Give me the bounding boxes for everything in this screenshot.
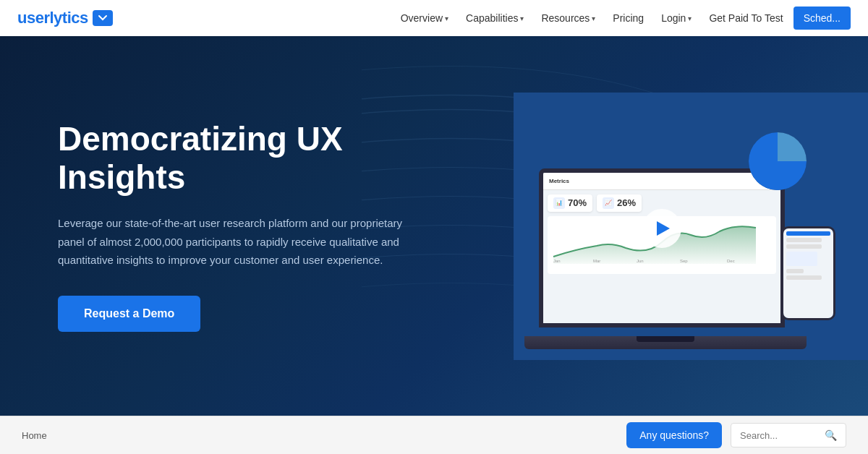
chevron-down-icon: ▾ (688, 14, 692, 22)
metric-icon-1: 📊 (553, 197, 565, 209)
metric-icon-2: 📈 (603, 197, 614, 209)
phone-mockup (781, 226, 835, 320)
breadcrumb: Home (22, 430, 47, 441)
metric-box-2: 📈 26% (597, 194, 642, 212)
pie-chart (741, 125, 814, 197)
chevron-down-icon: ▾ (592, 14, 595, 22)
nav-item-resources[interactable]: Resources ▾ (534, 8, 603, 28)
metric-value-2: 26% (617, 197, 636, 208)
svg-text:Jun: Jun (637, 259, 644, 263)
nav-item-overview[interactable]: Overview ▾ (393, 8, 456, 28)
nav-link-pricing[interactable]: Pricing (605, 8, 651, 28)
play-icon (657, 221, 670, 236)
nav-item-schedule[interactable]: Sched... (793, 7, 851, 30)
metric-box-1: 📊 70% (548, 194, 592, 212)
phone-bar-6 (786, 275, 822, 280)
footer-bar: Home Any questions? 🔍 (0, 416, 868, 454)
pie-svg (741, 125, 814, 197)
logo[interactable]: userlytics (17, 9, 113, 27)
footer-right: Any questions? 🔍 (626, 422, 846, 448)
nav-link-resources[interactable]: Resources ▾ (534, 8, 603, 28)
nav-links: Overview ▾ Capabilities ▾ Resources ▾ Pr… (393, 7, 851, 30)
phone-bar-5 (786, 269, 804, 273)
laptop-mockup: Metrics 📊 70% � (524, 103, 857, 349)
nav-link-get-paid[interactable]: Get Paid To Test (702, 8, 790, 28)
request-demo-button[interactable]: Request a Demo (58, 296, 200, 332)
chevron-down-icon: ▾ (445, 14, 448, 22)
play-button[interactable] (642, 209, 681, 248)
hero-subtitle: Leverage our state-of-the-art user resea… (58, 214, 420, 270)
phone-bar-4 (786, 252, 817, 266)
nav-link-schedule[interactable]: Sched... (793, 7, 851, 30)
nav-item-capabilities[interactable]: Capabilities ▾ (459, 8, 531, 28)
svg-text:Mar: Mar (593, 259, 600, 263)
phone-bar-3 (786, 244, 822, 249)
hero-image: Metrics 📊 70% � (514, 93, 868, 360)
nav-link-overview[interactable]: Overview ▾ (393, 8, 456, 28)
phone-bar-1 (786, 231, 830, 236)
chevron-down-icon: ▾ (520, 14, 524, 22)
svg-rect-0 (97, 13, 109, 23)
brand-name: userlytics (17, 9, 88, 27)
metric-value-1: 70% (568, 197, 587, 208)
svg-text:Jan: Jan (553, 259, 561, 263)
nav-link-capabilities[interactable]: Capabilities ▾ (459, 8, 531, 28)
nav-item-get-paid[interactable]: Get Paid To Test (702, 8, 790, 28)
nav-item-pricing[interactable]: Pricing (605, 8, 651, 28)
search-box[interactable]: 🔍 (731, 423, 846, 447)
nav-item-login[interactable]: Login ▾ (654, 8, 699, 28)
laptop-base (524, 336, 807, 349)
search-input[interactable] (740, 430, 820, 441)
navbar: userlytics Overview ▾ Capabilities ▾ Res… (0, 0, 868, 36)
svg-text:Sep: Sep (680, 259, 688, 263)
questions-button[interactable]: Any questions? (626, 422, 722, 448)
phone-screen (783, 228, 833, 318)
logo-icon (93, 10, 113, 26)
search-icon: 🔍 (825, 429, 837, 441)
hero-content: Democratizing UX Insights Leverage our s… (0, 77, 463, 374)
nav-link-login[interactable]: Login ▾ (654, 8, 699, 28)
svg-text:Dec: Dec (727, 259, 735, 263)
hero-section: Democratizing UX Insights Leverage our s… (0, 36, 868, 416)
laptop-notch (637, 336, 694, 342)
phone-bar-2 (786, 238, 822, 242)
hero-title: Democratizing UX Insights (58, 120, 420, 197)
